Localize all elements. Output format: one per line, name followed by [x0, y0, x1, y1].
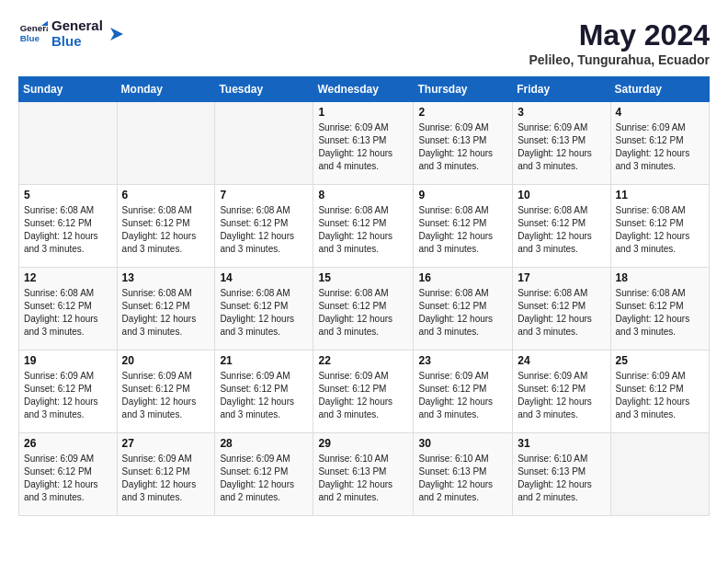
day-number: 3 — [518, 106, 605, 119]
logo-icon: General Blue — [18, 19, 48, 49]
header-wednesday: Wednesday — [313, 77, 414, 102]
day-number: 31 — [518, 437, 605, 450]
cell-content: Sunrise: 6:09 AMSunset: 6:12 PMDaylight:… — [418, 370, 507, 421]
day-number: 10 — [518, 189, 605, 201]
cell-content: Sunrise: 6:08 AMSunset: 6:12 PMDaylight:… — [518, 204, 605, 256]
cell-content: Sunrise: 6:08 AMSunset: 6:12 PMDaylight:… — [318, 204, 408, 256]
week-row-1: 1Sunrise: 6:09 AMSunset: 6:13 PMDaylight… — [19, 102, 710, 185]
page-header: General Blue General Blue May 2024 Pelil… — [18, 18, 710, 67]
cell-content: Sunrise: 6:09 AMSunset: 6:12 PMDaylight:… — [122, 370, 210, 421]
day-number: 16 — [418, 271, 507, 284]
calendar-cell: 25Sunrise: 6:09 AMSunset: 6:12 PMDayligh… — [610, 350, 709, 433]
day-number: 4 — [616, 106, 704, 119]
svg-text:Blue: Blue — [20, 33, 40, 43]
cell-content: Sunrise: 6:09 AMSunset: 6:12 PMDaylight:… — [24, 370, 112, 421]
calendar-cell: 4Sunrise: 6:09 AMSunset: 6:12 PMDaylight… — [610, 102, 709, 185]
day-number: 2 — [418, 106, 507, 119]
logo-arrow-icon — [107, 26, 123, 42]
day-number: 30 — [418, 437, 507, 450]
day-number: 9 — [418, 189, 507, 201]
calendar-table: SundayMondayTuesdayWednesdayThursdayFrid… — [18, 76, 710, 516]
header-saturday: Saturday — [610, 77, 709, 102]
calendar-cell — [610, 433, 709, 516]
day-number: 24 — [518, 354, 605, 367]
svg-marker-3 — [110, 28, 123, 40]
cell-content: Sunrise: 6:08 AMSunset: 6:12 PMDaylight:… — [616, 287, 704, 339]
cell-content: Sunrise: 6:09 AMSunset: 6:12 PMDaylight:… — [616, 370, 704, 421]
logo-blue: Blue — [51, 34, 103, 50]
logo-general: General — [51, 18, 103, 34]
day-number: 15 — [318, 271, 408, 284]
cell-content: Sunrise: 6:09 AMSunset: 6:12 PMDaylight:… — [220, 370, 308, 421]
cell-content: Sunrise: 6:09 AMSunset: 6:12 PMDaylight:… — [122, 453, 210, 504]
cell-content: Sunrise: 6:10 AMSunset: 6:13 PMDaylight:… — [318, 453, 408, 504]
cell-content: Sunrise: 6:08 AMSunset: 6:12 PMDaylight:… — [418, 287, 507, 339]
calendar-cell — [19, 102, 118, 185]
calendar-cell: 29Sunrise: 6:10 AMSunset: 6:13 PMDayligh… — [313, 433, 414, 516]
calendar-cell: 26Sunrise: 6:09 AMSunset: 6:12 PMDayligh… — [19, 433, 118, 516]
calendar-body: 1Sunrise: 6:09 AMSunset: 6:13 PMDaylight… — [19, 102, 710, 516]
day-number: 6 — [122, 189, 210, 201]
calendar-cell: 5Sunrise: 6:08 AMSunset: 6:12 PMDaylight… — [19, 185, 118, 268]
calendar-cell: 30Sunrise: 6:10 AMSunset: 6:13 PMDayligh… — [414, 433, 513, 516]
calendar-cell: 31Sunrise: 6:10 AMSunset: 6:13 PMDayligh… — [513, 433, 610, 516]
calendar-cell: 6Sunrise: 6:08 AMSunset: 6:12 PMDaylight… — [117, 185, 215, 268]
header-tuesday: Tuesday — [215, 77, 313, 102]
cell-content: Sunrise: 6:09 AMSunset: 6:12 PMDaylight:… — [616, 121, 704, 173]
calendar-cell — [117, 102, 215, 185]
day-number: 14 — [220, 271, 308, 284]
calendar-cell: 23Sunrise: 6:09 AMSunset: 6:12 PMDayligh… — [414, 350, 513, 433]
day-number: 13 — [122, 271, 210, 284]
calendar-cell: 14Sunrise: 6:08 AMSunset: 6:12 PMDayligh… — [215, 268, 313, 350]
calendar-cell: 24Sunrise: 6:09 AMSunset: 6:12 PMDayligh… — [513, 350, 610, 433]
week-row-5: 26Sunrise: 6:09 AMSunset: 6:12 PMDayligh… — [19, 433, 710, 516]
day-number: 23 — [418, 354, 507, 367]
cell-content: Sunrise: 6:10 AMSunset: 6:13 PMDaylight:… — [518, 453, 605, 504]
day-number: 12 — [24, 271, 112, 284]
calendar-cell: 21Sunrise: 6:09 AMSunset: 6:12 PMDayligh… — [215, 350, 313, 433]
calendar-cell — [215, 102, 313, 185]
header-friday: Friday — [513, 77, 610, 102]
day-number: 20 — [122, 354, 210, 367]
calendar-cell: 22Sunrise: 6:09 AMSunset: 6:12 PMDayligh… — [313, 350, 414, 433]
day-number: 25 — [616, 354, 704, 367]
cell-content: Sunrise: 6:09 AMSunset: 6:12 PMDaylight:… — [24, 453, 112, 504]
day-number: 18 — [616, 271, 704, 284]
calendar-cell: 9Sunrise: 6:08 AMSunset: 6:12 PMDaylight… — [414, 185, 513, 268]
day-number: 7 — [220, 189, 308, 201]
cell-content: Sunrise: 6:08 AMSunset: 6:12 PMDaylight:… — [318, 287, 408, 339]
calendar-cell: 11Sunrise: 6:08 AMSunset: 6:12 PMDayligh… — [610, 185, 709, 268]
header-sunday: Sunday — [19, 77, 118, 102]
cell-content: Sunrise: 6:08 AMSunset: 6:12 PMDaylight:… — [24, 287, 112, 339]
calendar-cell: 1Sunrise: 6:09 AMSunset: 6:13 PMDaylight… — [313, 102, 414, 185]
day-number: 29 — [318, 437, 408, 450]
calendar-header-row: SundayMondayTuesdayWednesdayThursdayFrid… — [19, 77, 710, 102]
location-subtitle: Pelileo, Tungurahua, Ecuador — [529, 52, 710, 67]
cell-content: Sunrise: 6:08 AMSunset: 6:12 PMDaylight:… — [616, 204, 704, 256]
calendar-cell: 19Sunrise: 6:09 AMSunset: 6:12 PMDayligh… — [19, 350, 118, 433]
day-number: 19 — [24, 354, 112, 367]
calendar-cell: 27Sunrise: 6:09 AMSunset: 6:12 PMDayligh… — [117, 433, 215, 516]
month-year-title: May 2024 — [529, 18, 710, 52]
cell-content: Sunrise: 6:09 AMSunset: 6:12 PMDaylight:… — [518, 370, 605, 421]
calendar-cell: 13Sunrise: 6:08 AMSunset: 6:12 PMDayligh… — [117, 268, 215, 350]
header-monday: Monday — [117, 77, 215, 102]
calendar-cell: 17Sunrise: 6:08 AMSunset: 6:12 PMDayligh… — [513, 268, 610, 350]
title-section: May 2024 Pelileo, Tungurahua, Ecuador — [529, 18, 710, 67]
cell-content: Sunrise: 6:09 AMSunset: 6:12 PMDaylight:… — [220, 453, 308, 504]
calendar-cell: 15Sunrise: 6:08 AMSunset: 6:12 PMDayligh… — [313, 268, 414, 350]
header-thursday: Thursday — [414, 77, 513, 102]
calendar-cell: 20Sunrise: 6:09 AMSunset: 6:12 PMDayligh… — [117, 350, 215, 433]
week-row-2: 5Sunrise: 6:08 AMSunset: 6:12 PMDaylight… — [19, 185, 710, 268]
calendar-cell: 28Sunrise: 6:09 AMSunset: 6:12 PMDayligh… — [215, 433, 313, 516]
calendar-cell: 8Sunrise: 6:08 AMSunset: 6:12 PMDaylight… — [313, 185, 414, 268]
cell-content: Sunrise: 6:08 AMSunset: 6:12 PMDaylight:… — [24, 204, 112, 256]
day-number: 26 — [24, 437, 112, 450]
day-number: 5 — [24, 189, 112, 201]
cell-content: Sunrise: 6:08 AMSunset: 6:12 PMDaylight:… — [220, 204, 308, 256]
day-number: 27 — [122, 437, 210, 450]
week-row-3: 12Sunrise: 6:08 AMSunset: 6:12 PMDayligh… — [19, 268, 710, 350]
calendar-cell: 3Sunrise: 6:09 AMSunset: 6:13 PMDaylight… — [513, 102, 610, 185]
cell-content: Sunrise: 6:08 AMSunset: 6:12 PMDaylight:… — [122, 204, 210, 256]
day-number: 11 — [616, 189, 704, 201]
